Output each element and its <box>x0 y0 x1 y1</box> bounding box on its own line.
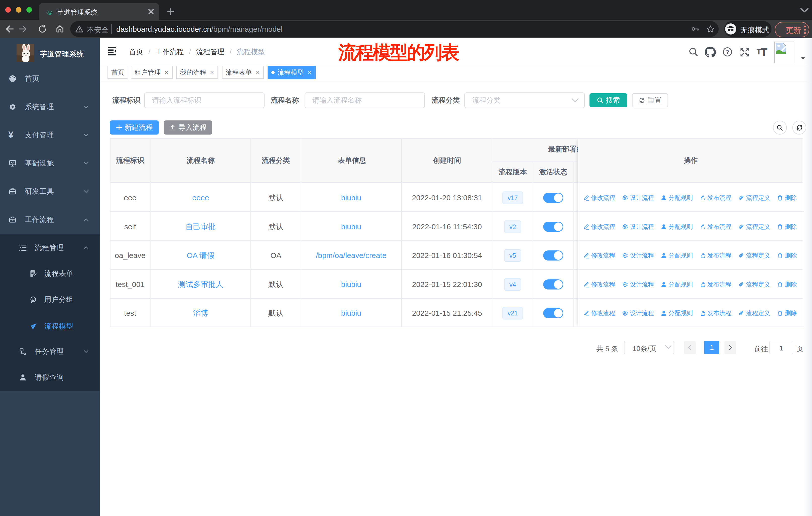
svg-text:?: ? <box>726 49 729 55</box>
